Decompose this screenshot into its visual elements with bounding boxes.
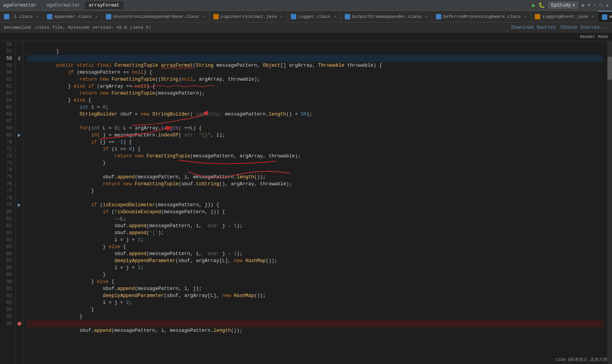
ln-66: 66: [3, 111, 12, 118]
ln-57: 57: [3, 48, 12, 55]
method: append: [94, 328, 112, 333]
punct: (: [147, 230, 150, 236]
punct: }: [45, 160, 106, 166]
punct: =: [109, 133, 114, 138]
method-arrayformat: arrayFormat: [161, 63, 193, 68]
param-messagepattern: messagePattern,: [216, 63, 263, 68]
ln-86: 86: [3, 250, 12, 257]
tab-appender[interactable]: Appender.class ✕: [43, 11, 102, 22]
app-name: ageFormatter: [3, 3, 36, 8]
tab-close[interactable]: ✕: [524, 14, 527, 19]
title-bar: ageFormatter ageFormatter arrayFormat ▶ …: [0, 0, 612, 11]
tab-logger[interactable]: Logger.class ✕: [287, 11, 341, 22]
punct: ==: [109, 140, 118, 145]
punct: ) {: [143, 70, 152, 75]
punct: =: [97, 105, 103, 110]
settings-icon[interactable]: ⚙: [581, 2, 584, 9]
tab-cl-class[interactable]: .l.class ✕: [0, 11, 43, 22]
param: messagePattern: [149, 223, 190, 229]
tab-messageformatter[interactable]: MessageFormatter.class ✕: [598, 11, 612, 22]
tab-label: DeferredProcessingAware.class: [443, 14, 521, 19]
punct: .: [126, 223, 129, 229]
punct: (: [147, 251, 150, 257]
punct: (: [190, 112, 196, 117]
punct: ,: [254, 181, 260, 187]
code-line-96: sbuf.append(messagePattern, i, messagePa…: [27, 320, 603, 327]
punct: .: [114, 286, 118, 292]
param: sbuf: [182, 181, 193, 187]
tab-close[interactable]: ✕: [36, 14, 39, 19]
str: "{}": [199, 133, 211, 138]
code-line-89: } else {: [27, 271, 603, 278]
kw-else: else: [74, 84, 88, 89]
num: -1: [118, 140, 123, 145]
ln-80: 80: [3, 209, 12, 216]
punct: -: [228, 223, 234, 229]
run-icon[interactable]: ▶: [532, 2, 535, 9]
param-throwable: throwable: [347, 63, 373, 68]
punct: {: [112, 279, 115, 285]
kw-return: return: [45, 77, 100, 82]
code-content[interactable]: } public static final FormattingTuple ar…: [23, 41, 607, 364]
minimize-icon[interactable]: ─: [594, 2, 597, 8]
bookmark-79: [18, 203, 21, 207]
gutter-63: [16, 90, 23, 97]
gutter-87: [16, 257, 23, 264]
kw-if: if: [88, 84, 97, 89]
title-tab-inactive[interactable]: ageFormatter: [43, 2, 84, 9]
code-line-74: sbuf.append(messagePattern, i, messagePa…: [27, 167, 603, 174]
ln-92: 92: [3, 292, 12, 299]
ln-96: 96: [3, 320, 12, 327]
gutter-82: [16, 223, 23, 229]
ln-62: 62: [3, 83, 12, 90]
scrollbar-track[interactable]: [607, 41, 612, 364]
tab-close[interactable]: ✕: [425, 14, 428, 19]
ep-study-button[interactable]: EpStudy ▾: [548, 2, 578, 9]
choose-sources-link[interactable]: Choose Sources...: [561, 25, 608, 30]
punct: );: [158, 230, 164, 236]
punct-bracket: []: [280, 63, 289, 68]
tab-loggingevent[interactable]: LoggingEvent.java ✕: [531, 11, 598, 22]
param: messagePattern: [114, 133, 155, 138]
code-line-57: [27, 48, 603, 55]
title-tab-active-label: arrayFormat: [89, 3, 119, 8]
tab-close[interactable]: ✕: [202, 14, 205, 19]
ln-94: 94: [3, 306, 12, 313]
download-sources-link[interactable]: Download Sources: [511, 25, 556, 30]
punct: ; ++L) {: [178, 126, 202, 131]
tab-close[interactable]: ✕: [591, 14, 594, 19]
gutter-75: [16, 174, 23, 181]
scrollbar-thumb[interactable]: [607, 57, 612, 80]
tab-close[interactable]: ✕: [95, 14, 98, 19]
maximize-icon[interactable]: □: [600, 2, 603, 8]
param-argarray: argArray,: [289, 63, 318, 68]
reader-mode-label[interactable]: Reader Mode: [580, 35, 608, 39]
param: L: [103, 126, 109, 131]
method: length: [213, 328, 231, 333]
title-tab-active[interactable]: arrayFormat: [85, 2, 123, 9]
punct: .: [126, 230, 129, 236]
debug-icon[interactable]: 🐛: [538, 2, 545, 9]
punct: );: [219, 133, 225, 138]
tab-outputstream[interactable]: OutputStreamAppender.class ✕: [341, 11, 432, 22]
param: sbuf: [167, 293, 178, 298]
type: FormattingTuple: [112, 77, 156, 82]
close-icon[interactable]: ✕: [606, 2, 609, 9]
tab-close[interactable]: ✕: [334, 14, 337, 19]
tab-close[interactable]: ✕: [280, 14, 283, 19]
ln-68: 68: [3, 125, 12, 132]
gutter-59: [16, 62, 23, 69]
punct: );: [237, 251, 242, 257]
menu-icon[interactable]: ≡: [588, 2, 591, 8]
tab-loginservice[interactable]: LoginServiceImpl.java ✕: [209, 11, 287, 22]
tab-label: LoginServiceImpl.java: [221, 14, 277, 19]
ln-87: 87: [3, 257, 12, 264]
punct: (: [155, 202, 158, 208]
method: indexOf: [158, 133, 179, 138]
tab-deferred[interactable]: DeferredProcessingAware.class ✕: [432, 11, 531, 22]
tab-label: .l.class: [11, 14, 33, 19]
gutter-60: [16, 69, 23, 76]
tab-unsync[interactable]: UnsynchronizedAppenderBase.class ✕: [102, 11, 209, 22]
gutter-88: [16, 264, 23, 271]
kw-if: if: [45, 70, 77, 75]
